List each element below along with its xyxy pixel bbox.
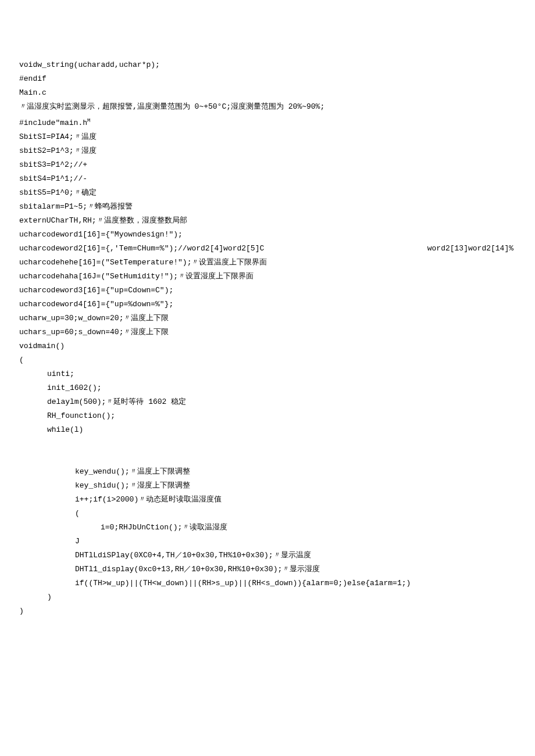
blank-line	[19, 437, 516, 451]
code-line: key_shidu();〃湿度上下限调整	[19, 479, 516, 493]
code-line: delaylm(500);〃延时等待 1602 稳定	[19, 395, 516, 409]
code-line: J	[19, 535, 516, 549]
code-line: voidw_string(ucharadd,uchar*p);	[19, 58, 516, 72]
blank-line	[19, 451, 516, 465]
code-line: init_1602();	[19, 381, 516, 395]
code-line: ucharcodeword4[16]={"up=%down=%"};	[19, 298, 516, 311]
code-line: ucharcodehaha[16J=("SetHumidity!");〃设置湿度…	[19, 270, 516, 284]
code-line: ucharcodeword2[16]={,'Tem=CHum=%");//wor…	[19, 242, 513, 256]
code-line: if((TH>w_up)||(TH<w_down)||(RH>s_up)||(R…	[19, 576, 516, 590]
code-line: while(l)	[19, 423, 516, 437]
code-line: sbitS3=P1^2;//+	[19, 158, 516, 172]
include-text: #include"main.h	[19, 119, 87, 127]
code-line: RH_founction();	[19, 409, 516, 423]
code-line: sbitS5=P1^0;〃确定	[19, 186, 516, 200]
code-line: uinti;	[19, 367, 516, 381]
code-text-left: ucharcodeword2[16]={,'Tem=CHum=%");//wor…	[19, 242, 264, 256]
code-line: )	[19, 590, 516, 604]
code-line: DHTl1_display(0xc0+13,RH／10+0x30,RH%10+0…	[19, 562, 516, 576]
code-line: ucharw_up=30;w_down=20;〃温度上下限	[19, 311, 516, 325]
code-line: sbitS2=P1^3;〃湿度	[19, 144, 516, 158]
code-line: #include"main.hM	[19, 114, 516, 130]
code-line: ucharcodehehe[16]=("SetTemperature!");〃设…	[19, 256, 516, 270]
code-line: Main.c	[19, 86, 516, 100]
code-line: uchars_up=60;s_down=40;〃湿度上下限	[19, 325, 516, 339]
code-line: sbitalarm=P1~5;〃蜂鸣器报警	[19, 200, 516, 214]
superscript-text: M	[87, 118, 90, 124]
code-line: (	[19, 507, 516, 521]
code-text-right: word2[13]word2[14]%	[427, 242, 513, 256]
code-line: #endif	[19, 72, 516, 86]
code-line: DHTlLdiSPlay(0XC0+4,TH／10+0x30,TH%10+0x3…	[19, 549, 516, 562]
code-line: i++;if(i>2000)〃动态延时读取温湿度值	[19, 493, 516, 507]
code-line: (	[19, 353, 516, 367]
code-line: )	[19, 604, 516, 618]
code-document: voidw_string(ucharadd,uchar*p); #endif M…	[0, 0, 535, 756]
code-line: i=0;RHJbUnCtion();〃读取温湿度	[19, 521, 516, 535]
code-line: ucharcodeword1[16]={"Myowndesign!");	[19, 228, 516, 242]
code-line: key_wendu();〃温度上下限调整	[19, 465, 516, 479]
code-line: voidmain()	[19, 339, 516, 353]
code-line: sbitS4=P1^1;//-	[19, 172, 516, 186]
code-line: externUCharTH,RH;〃温度整数，湿度整数局部	[19, 214, 516, 228]
comment-line: 〃温湿度实时监测显示，超限报警,温度测量范围为 0~+50°C;湿度测量范围为 …	[19, 100, 516, 114]
code-line: SbitSI=PIA4;〃温度	[19, 130, 516, 144]
code-line: ucharcodeword3[16]={"up=Cdown=C");	[19, 284, 516, 298]
